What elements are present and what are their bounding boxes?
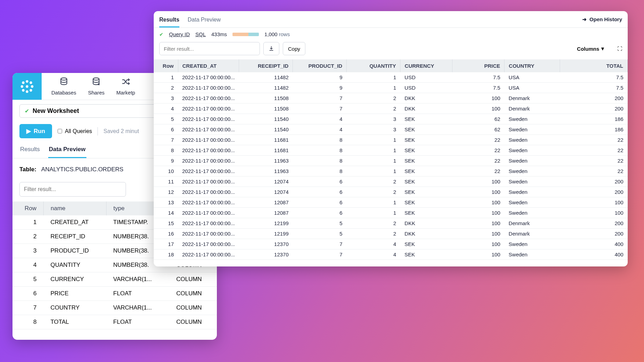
schema-header-name[interactable]: name	[44, 201, 107, 215]
open-history-button[interactable]: ➜ Open History	[582, 16, 622, 26]
table-row[interactable]: 12022-11-17 00:00:00...1148291USD7.5USA7…	[154, 72, 628, 83]
schema-row[interactable]: 7COUNTRYVARCHAR(1...COLUMN	[12, 301, 217, 315]
svg-point-6	[29, 81, 32, 84]
nav-marketplace-label: Marketp	[116, 90, 135, 96]
table-row[interactable]: 132022-11-17 00:00:00...1208761SEK100Swe…	[154, 197, 628, 208]
col-receipt-id[interactable]: RECEIPT_ID	[239, 59, 293, 72]
expand-button[interactable]: ⛶	[617, 46, 622, 51]
row-count: 1,000 rows	[264, 31, 290, 37]
tab-results[interactable]: Results	[19, 143, 41, 158]
results-table-wrap[interactable]: Row CREATED_AT RECEIPT_ID PRODUCT_ID QUA…	[154, 59, 628, 266]
results-panel: Results Data Preview ➜ Open History ✔ Qu…	[154, 11, 628, 266]
table-row[interactable]: 102022-11-17 00:00:00...1196381SEK22Swed…	[154, 166, 628, 176]
svg-point-2	[26, 90, 28, 93]
table-row[interactable]: 32022-11-17 00:00:00...1150872DKK100Denm…	[154, 93, 628, 104]
status-check-icon: ✔	[159, 32, 163, 37]
table-row[interactable]: 142022-11-17 00:00:00...1208761SEK100Swe…	[154, 208, 628, 218]
query-id-link[interactable]: Query ID	[169, 31, 190, 37]
col-quantity[interactable]: QUANTITY	[347, 59, 400, 72]
nav-databases-label: Databases	[51, 90, 76, 96]
svg-point-9	[61, 78, 67, 80]
table-row[interactable]: 92022-11-17 00:00:00...1196381SEK22Swede…	[154, 156, 628, 166]
svg-point-5	[22, 81, 24, 84]
col-currency[interactable]: CURRENCY	[400, 59, 452, 72]
nav-shares[interactable]: Shares	[88, 77, 105, 96]
table-row[interactable]: 122022-11-17 00:00:00...1207462SEK100Swe…	[154, 187, 628, 197]
columns-dropdown[interactable]: Columns ▾	[577, 46, 604, 52]
table-row[interactable]: 22022-11-17 00:00:00...1148291USD7.5USA7…	[154, 83, 628, 93]
snowflake-icon	[19, 79, 35, 94]
svg-point-1	[26, 80, 28, 82]
tab-data-preview[interactable]: Data Preview	[48, 143, 86, 158]
nav-shares-label: Shares	[88, 90, 105, 96]
svg-point-0	[26, 85, 28, 88]
col-product-id[interactable]: PRODUCT_ID	[293, 59, 347, 72]
table-row[interactable]: 82022-11-17 00:00:00...1168181SEK22Swede…	[154, 145, 628, 156]
separator	[98, 127, 98, 135]
nav-databases[interactable]: Databases	[51, 77, 76, 96]
all-queries-input[interactable]	[58, 129, 62, 133]
results-tabs: Results Data Preview ➜ Open History	[154, 11, 628, 28]
schema-filter-input[interactable]	[19, 182, 126, 197]
table-row[interactable]: 162022-11-17 00:00:00...1219952DKK100Den…	[154, 229, 628, 239]
table-row[interactable]: 72022-11-17 00:00:00...1168181SEK22Swede…	[154, 135, 628, 145]
svg-point-4	[31, 85, 33, 88]
tab-results-main[interactable]: Results	[159, 15, 179, 27]
schema-row[interactable]: 6PRICEFLOATCOLUMN	[12, 287, 217, 301]
table-row[interactable]: 152022-11-17 00:00:00...1219952DKK100Den…	[154, 218, 628, 229]
col-price[interactable]: PRICE	[452, 59, 505, 72]
columns-label: Columns	[577, 46, 599, 52]
worksheet-title: New Worksheet	[33, 107, 79, 115]
play-icon: ▶	[26, 127, 31, 135]
snowflake-logo[interactable]	[12, 73, 42, 100]
all-queries-label: All Queries	[65, 128, 92, 134]
svg-point-8	[29, 89, 32, 91]
col-country[interactable]: COUNTRY	[505, 59, 560, 72]
results-filter-input[interactable]	[159, 42, 260, 55]
table-row[interactable]: 52022-11-17 00:00:00...1154043SEK62Swede…	[154, 114, 628, 124]
shuffle-icon	[121, 77, 130, 88]
col-total[interactable]: TOTAL	[560, 59, 628, 72]
shares-icon	[92, 77, 101, 88]
query-time-bar	[232, 33, 259, 36]
saved-indicator: Saved 2 minut	[103, 128, 139, 134]
svg-point-7	[22, 89, 24, 91]
run-label: Run	[34, 128, 45, 135]
svg-point-3	[21, 85, 23, 88]
chevron-down-icon: ▾	[601, 46, 604, 52]
table-row[interactable]: 182022-11-17 00:00:00...1237074SEK100Swe…	[154, 249, 628, 260]
open-history-label: Open History	[590, 16, 622, 22]
history-arrow-icon: ➜	[582, 16, 587, 23]
check-icon: ✔	[25, 108, 29, 114]
results-table: Row CREATED_AT RECEIPT_ID PRODUCT_ID QUA…	[154, 59, 628, 260]
col-created-at[interactable]: CREATED_AT	[178, 59, 239, 72]
copy-button[interactable]: Copy	[283, 42, 305, 55]
results-controls: Copy Columns ▾ ⛶	[154, 41, 628, 59]
table-row[interactable]: 172022-11-17 00:00:00...1237074SEK100Swe…	[154, 239, 628, 249]
col-row[interactable]: Row	[154, 59, 178, 72]
all-queries-checkbox[interactable]: All Queries	[58, 128, 92, 134]
query-time: 433ms	[211, 31, 227, 37]
sql-link[interactable]: SQL	[195, 31, 206, 37]
table-row[interactable]: 42022-11-17 00:00:00...1150872DKK100Denm…	[154, 104, 628, 114]
database-icon	[59, 77, 68, 88]
schema-row[interactable]: 5CURRENCYVARCHAR(1...COLUMN	[12, 272, 217, 287]
tab-data-preview-main[interactable]: Data Preview	[188, 15, 221, 27]
query-status-row: ✔ Query ID SQL 433ms 1,000 rows	[154, 28, 628, 41]
run-button[interactable]: ▶ Run	[19, 124, 52, 138]
worksheet-title-button[interactable]: ✔ New Worksheet	[19, 104, 177, 118]
schema-header-row[interactable]: Row	[12, 201, 44, 215]
table-label: Table:	[19, 166, 36, 173]
svg-point-10	[93, 78, 99, 80]
schema-row[interactable]: 8TOTALFLOATCOLUMN	[12, 315, 217, 329]
table-row[interactable]: 112022-11-17 00:00:00...1207462SEK100Swe…	[154, 176, 628, 187]
table-row[interactable]: 62022-11-17 00:00:00...1154043SEK62Swede…	[154, 124, 628, 135]
nav-marketplace[interactable]: Marketp	[116, 77, 135, 96]
download-button[interactable]	[263, 42, 279, 55]
download-icon	[269, 46, 274, 52]
